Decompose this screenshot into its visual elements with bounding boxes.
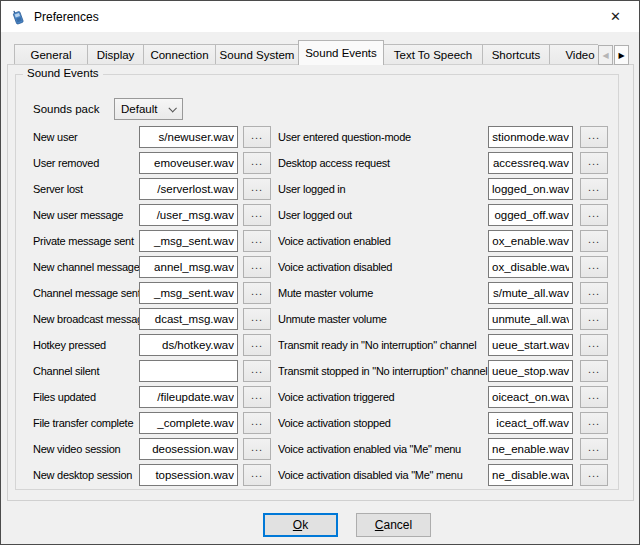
- event-label: User logged out: [278, 209, 488, 221]
- event-row: New desktop session ...: [33, 464, 271, 486]
- ellipsis-icon: ...: [251, 442, 263, 453]
- browse-button[interactable]: ...: [580, 178, 608, 200]
- browse-button[interactable]: ...: [243, 282, 271, 304]
- browse-button[interactable]: ...: [243, 126, 271, 148]
- browse-button[interactable]: ...: [243, 230, 271, 252]
- tab-shortcuts[interactable]: Shortcuts: [482, 44, 550, 65]
- browse-button[interactable]: ...: [243, 464, 271, 486]
- sound-file-input[interactable]: [139, 256, 238, 278]
- ellipsis-icon: ...: [251, 156, 263, 167]
- browse-button[interactable]: ...: [580, 230, 608, 252]
- event-row: New channel message ...: [33, 256, 271, 278]
- browse-button[interactable]: ...: [580, 360, 608, 382]
- sound-file-input[interactable]: [139, 360, 238, 382]
- tab-sound-system[interactable]: Sound System: [215, 44, 299, 65]
- ellipsis-icon: ...: [588, 312, 600, 323]
- close-button[interactable]: ✕: [593, 1, 638, 31]
- browse-button[interactable]: ...: [243, 360, 271, 382]
- ellipsis-icon: ...: [251, 260, 263, 271]
- browse-button[interactable]: ...: [243, 152, 271, 174]
- cancel-button[interactable]: Cancel: [356, 513, 431, 537]
- sound-file-input[interactable]: [488, 464, 573, 486]
- sound-file-input[interactable]: [488, 360, 573, 382]
- chevron-down-icon: [168, 104, 176, 112]
- event-row: Voice activation stopped ...: [278, 412, 608, 434]
- sound-file-input[interactable]: [139, 438, 238, 460]
- sound-file-input[interactable]: [488, 126, 573, 148]
- event-label: Server lost: [33, 183, 139, 195]
- browse-button[interactable]: ...: [243, 334, 271, 356]
- sound-file-input[interactable]: [139, 464, 238, 486]
- tab-video[interactable]: Video: [549, 44, 598, 65]
- tab-scroll-left-button[interactable]: ◀: [598, 45, 613, 65]
- sound-file-input[interactable]: [488, 152, 573, 174]
- ok-button[interactable]: Ok: [263, 513, 338, 537]
- sound-file-input[interactable]: [488, 178, 573, 200]
- sound-file-input[interactable]: [488, 308, 573, 330]
- tab-connection[interactable]: Connection: [143, 44, 216, 65]
- sounds-pack-select[interactable]: Default: [114, 98, 183, 120]
- browse-button[interactable]: ...: [580, 256, 608, 278]
- sound-file-input[interactable]: [488, 412, 573, 434]
- sound-file-input[interactable]: [139, 386, 238, 408]
- sound-file-input[interactable]: [488, 282, 573, 304]
- event-row: User logged out ...: [278, 204, 608, 226]
- ellipsis-icon: ...: [251, 338, 263, 349]
- events-column-right: User entered question-mode ... Desktop a…: [278, 126, 608, 490]
- event-row: Desktop access request ...: [278, 152, 608, 174]
- sound-file-input[interactable]: [139, 282, 238, 304]
- sound-file-input[interactable]: [488, 438, 573, 460]
- browse-button[interactable]: ...: [243, 386, 271, 408]
- ellipsis-icon: ...: [251, 286, 263, 297]
- browse-button[interactable]: ...: [580, 464, 608, 486]
- sound-file-input[interactable]: [139, 230, 238, 252]
- tab-sound-events[interactable]: Sound Events: [298, 40, 384, 65]
- event-row: Hotkey pressed ...: [33, 334, 271, 356]
- event-row: Voice activation enabled ...: [278, 230, 608, 252]
- ellipsis-icon: ...: [588, 130, 600, 141]
- teamtalk-app-icon: [10, 9, 26, 25]
- event-label: New user message: [33, 209, 139, 221]
- sound-file-input[interactable]: [488, 230, 573, 252]
- browse-button[interactable]: ...: [243, 178, 271, 200]
- tab-general[interactable]: General: [14, 44, 88, 65]
- browse-button[interactable]: ...: [243, 256, 271, 278]
- browse-button[interactable]: ...: [243, 204, 271, 226]
- browse-button[interactable]: ...: [580, 126, 608, 148]
- ellipsis-icon: ...: [251, 234, 263, 245]
- sound-file-input[interactable]: [139, 308, 238, 330]
- browse-button[interactable]: ...: [580, 282, 608, 304]
- browse-button[interactable]: ...: [580, 438, 608, 460]
- tab-display[interactable]: Display: [87, 44, 144, 65]
- event-row: Unmute master volume ...: [278, 308, 608, 330]
- event-label: Files updated: [33, 391, 139, 403]
- close-icon: ✕: [610, 9, 621, 24]
- sound-file-input[interactable]: [139, 152, 238, 174]
- sound-file-input[interactable]: [139, 126, 238, 148]
- browse-button[interactable]: ...: [243, 438, 271, 460]
- event-label: Voice activation enabled via "Me" menu: [278, 443, 488, 455]
- browse-button[interactable]: ...: [580, 308, 608, 330]
- browse-button[interactable]: ...: [580, 204, 608, 226]
- sounds-pack-label: Sounds pack: [33, 103, 114, 115]
- browse-button[interactable]: ...: [580, 412, 608, 434]
- sound-file-input[interactable]: [488, 256, 573, 278]
- tab-scroll-right-button[interactable]: ▶: [614, 45, 629, 65]
- browse-button[interactable]: ...: [580, 386, 608, 408]
- event-row: Voice activation triggered ...: [278, 386, 608, 408]
- event-label: Voice activation disabled: [278, 261, 488, 273]
- tab-text-to-speech[interactable]: Text To Speech: [383, 44, 483, 65]
- ellipsis-icon: ...: [588, 208, 600, 219]
- browse-button[interactable]: ...: [580, 152, 608, 174]
- browse-button[interactable]: ...: [243, 412, 271, 434]
- sound-file-input[interactable]: [139, 178, 238, 200]
- sound-file-input[interactable]: [139, 204, 238, 226]
- sound-file-input[interactable]: [139, 334, 238, 356]
- sounds-pack-value: Default: [121, 103, 157, 115]
- browse-button[interactable]: ...: [243, 308, 271, 330]
- sound-file-input[interactable]: [488, 386, 573, 408]
- sound-file-input[interactable]: [488, 204, 573, 226]
- sound-file-input[interactable]: [139, 412, 238, 434]
- browse-button[interactable]: ...: [580, 334, 608, 356]
- sound-file-input[interactable]: [488, 334, 573, 356]
